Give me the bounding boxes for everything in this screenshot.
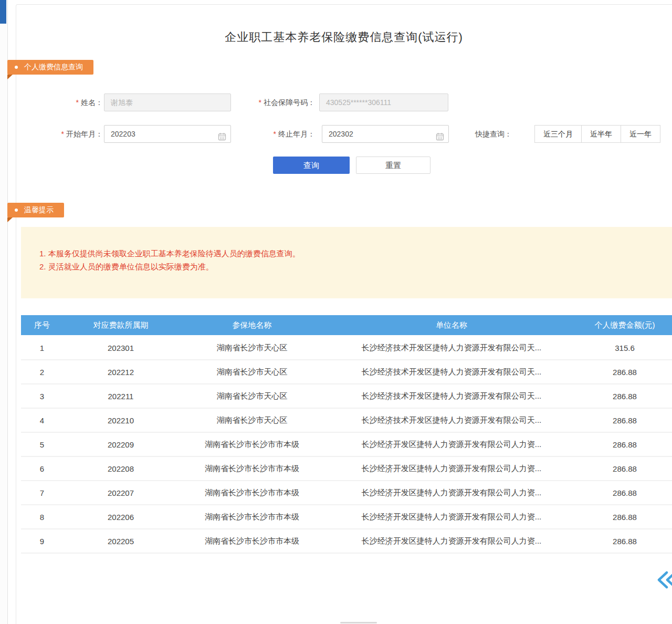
table-row: 3202211湖南省长沙市天心区长沙经济技术开发区捷特人力资源开发有限公司天..… (21, 384, 672, 409)
cell-amount: 286.88 (578, 513, 672, 522)
results-table: 序号对应费款所属期参保地名称单位名称个人缴费金额(元) 1202301湖南省长沙… (21, 315, 672, 554)
cell-period: 202207 (63, 488, 178, 497)
cell-period: 202208 (63, 464, 178, 473)
cell-area: 湖南省长沙市天心区 (178, 391, 326, 401)
section-badge-label: 温馨提示 (24, 205, 54, 215)
cell-seq: 7 (21, 488, 63, 497)
query-button[interactable]: 查询 (273, 157, 350, 174)
left-sidebar-edge (0, 0, 8, 624)
ssn-label: *社会保障号码： (231, 93, 315, 111)
cell-period: 202212 (63, 368, 178, 377)
notice-line: 1. 本服务仅提供尚未领取企业职工基本养老保险待遇人员的缴费信息查询。 (39, 247, 300, 260)
cell-company: 长沙经济开发区捷特人力资源开发有限公司人力资... (326, 440, 578, 450)
cell-seq: 6 (21, 464, 63, 473)
cell-amount: 286.88 (578, 392, 672, 401)
cell-company: 长沙经济技术开发区捷特人力资源开发有限公司天... (326, 415, 578, 425)
bullet-icon (15, 66, 18, 69)
end-month-field[interactable]: 202302 (322, 125, 449, 143)
ssn-field[interactable]: 430525******306111 (319, 93, 448, 111)
section-badge-tips: 温馨提示 (7, 203, 64, 217)
horizontal-scrollbar-thumb[interactable] (340, 622, 377, 623)
name-field[interactable]: 谢旭泰 (104, 93, 231, 111)
calendar-icon[interactable] (218, 130, 226, 147)
table-row: 8202206湖南省长沙市长沙市市本级长沙经济开发区捷特人力资源开发有限公司人力… (21, 505, 672, 529)
cell-period: 202301 (63, 344, 178, 352)
cell-amount: 286.88 (578, 440, 672, 449)
cell-seq: 9 (21, 537, 63, 546)
double-left-chevron-icon[interactable] (655, 568, 672, 591)
cell-seq: 4 (21, 416, 63, 425)
cell-seq: 5 (21, 440, 63, 449)
cell-period: 202206 (63, 513, 178, 522)
cell-seq: 1 (21, 344, 63, 352)
section-badge-label: 个人缴费信息查询 (24, 63, 83, 72)
required-mark: * (274, 130, 276, 138)
start-month-label: *开始年月： (32, 125, 103, 143)
cell-company: 长沙经济技术开发区捷特人力资源开发有限公司天... (326, 343, 578, 353)
sidebar-blue-block (0, 0, 6, 24)
quick-btn-halfyear[interactable]: 近半年 (581, 125, 621, 143)
cell-area: 湖南省长沙市天心区 (178, 415, 326, 425)
table-header-row: 序号对应费款所属期参保地名称单位名称个人缴费金额(元) (21, 315, 672, 335)
start-month-value: 202203 (111, 130, 135, 138)
pension-query-page: 企业职工基本养老保险缴费信息查询(试运行) 个人缴费信息查询 *姓名： 谢旭泰 … (0, 0, 672, 624)
cell-seq: 8 (21, 513, 63, 522)
calendar-icon[interactable] (436, 130, 444, 147)
reset-button[interactable]: 重置 (356, 157, 430, 174)
column-header: 单位名称 (326, 320, 578, 330)
end-month-label: *终止年月： (231, 125, 315, 143)
column-header: 个人缴费金额(元) (578, 320, 672, 330)
table-row: 9202205湖南省长沙市长沙市市本级长沙经济开发区捷特人力资源开发有限公司人力… (21, 529, 672, 554)
table-row: 2202212湖南省长沙市天心区长沙经济技术开发区捷特人力资源开发有限公司天..… (21, 360, 672, 384)
cell-area: 湖南省长沙市天心区 (178, 367, 326, 377)
required-mark: * (76, 98, 79, 107)
name-label: *姓名： (32, 93, 103, 111)
table-row: 4202210湖南省长沙市天心区长沙经济技术开发区捷特人力资源开发有限公司天..… (21, 409, 672, 433)
table-body: 1202301湖南省长沙市天心区长沙经济技术开发区捷特人力资源开发有限公司天..… (21, 336, 672, 554)
ssn-value: 430525******306111 (326, 98, 391, 107)
required-mark: * (259, 98, 261, 107)
table-row: 5202209湖南省长沙市长沙市市本级长沙经济开发区捷特人力资源开发有限公司人力… (21, 433, 672, 457)
cell-amount: 286.88 (578, 464, 672, 473)
cell-seq: 2 (21, 368, 63, 377)
column-header: 对应费款所属期 (63, 320, 178, 330)
cell-amount: 286.88 (578, 416, 672, 425)
cell-area: 湖南省长沙市长沙市市本级 (178, 512, 326, 522)
cell-company: 长沙经济开发区捷特人力资源开发有限公司人力资... (326, 512, 578, 522)
cell-amount: 286.88 (578, 488, 672, 497)
cell-company: 长沙经济技术开发区捷特人力资源开发有限公司天... (326, 367, 578, 377)
end-month-value: 202302 (329, 130, 353, 138)
name-value: 谢旭泰 (111, 98, 133, 107)
cell-period: 202205 (63, 537, 178, 546)
quick-btn-1year[interactable]: 近一年 (621, 125, 660, 143)
table-row: 6202208湖南省长沙市长沙市市本级长沙经济开发区捷特人力资源开发有限公司人力… (21, 457, 672, 481)
cell-area: 湖南省长沙市长沙市市本级 (178, 440, 326, 450)
quick-btn-3months[interactable]: 近三个月 (534, 125, 582, 143)
required-mark: * (61, 130, 64, 138)
cell-company: 长沙经济开发区捷特人力资源开发有限公司人力资... (326, 488, 578, 498)
quick-query-label: 快捷查询： (475, 125, 530, 143)
page-title: 企业职工基本养老保险缴费信息查询(试运行) (16, 29, 672, 45)
cell-period: 202210 (63, 416, 178, 425)
start-month-field[interactable]: 202203 (104, 125, 231, 143)
bullet-icon (15, 209, 18, 212)
cell-area: 湖南省长沙市天心区 (178, 343, 326, 353)
table-row: 7202207湖南省长沙市长沙市市本级长沙经济开发区捷特人力资源开发有限公司人力… (21, 481, 672, 505)
cell-company: 长沙经济技术开发区捷特人力资源开发有限公司天... (326, 391, 578, 401)
notice-line: 2. 灵活就业人员的缴费单位信息以实际缴费为准。 (39, 260, 214, 273)
column-header: 序号 (21, 320, 63, 330)
cell-amount: 315.6 (578, 344, 672, 352)
column-header: 参保地名称 (178, 320, 326, 330)
quick-query-group: 近三个月 近半年 近一年 (534, 125, 660, 143)
notice-box: 1. 本服务仅提供尚未领取企业职工基本养老保险待遇人员的缴费信息查询。 2. 灵… (21, 227, 672, 298)
cell-period: 202211 (63, 392, 178, 401)
cell-area: 湖南省长沙市长沙市市本级 (178, 488, 326, 498)
cell-company: 长沙经济开发区捷特人力资源开发有限公司人力资... (326, 464, 578, 474)
section-badge-personal-query: 个人缴费信息查询 (7, 60, 93, 75)
cell-amount: 286.88 (578, 368, 672, 377)
cell-amount: 286.88 (578, 537, 672, 546)
cell-period: 202209 (63, 440, 178, 449)
cell-area: 湖南省长沙市长沙市市本级 (178, 464, 326, 474)
cell-area: 湖南省长沙市长沙市市本级 (178, 536, 326, 546)
table-row: 1202301湖南省长沙市天心区长沙经济技术开发区捷特人力资源开发有限公司天..… (21, 336, 672, 360)
